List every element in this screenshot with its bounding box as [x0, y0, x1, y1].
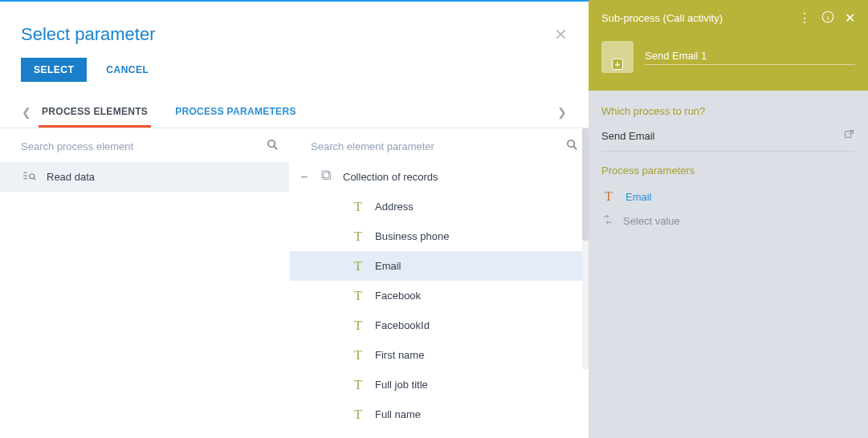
mapping-icon [601, 213, 613, 228]
section-which-process: Which process to run? [601, 105, 855, 117]
text-type-icon: T [351, 229, 365, 244]
param-email-label: Email [626, 191, 652, 203]
text-type-icon: T [351, 378, 365, 392]
dialog-close-button[interactable]: ✕ [554, 25, 568, 44]
svg-point-7 [568, 140, 575, 148]
select-parameter-dialog: Select parameter ✕ SELECT CANCEL ❮ PROCE… [0, 0, 589, 438]
text-type-icon: T [351, 348, 365, 363]
scrollbar-thumb[interactable] [582, 128, 589, 241]
tree-item-label: Business phone [375, 230, 450, 242]
svg-point-13 [828, 14, 829, 14]
tree-item[interactable]: T Business phone [290, 221, 589, 251]
tree-root-label: Collection of records [343, 171, 438, 183]
param-select-value-label: Select value [623, 215, 680, 227]
search-element-parameter-input[interactable] [311, 140, 565, 152]
info-icon[interactable] [821, 10, 835, 26]
svg-rect-10 [322, 171, 329, 178]
text-type-icon: T [601, 189, 616, 204]
text-type-icon: T [351, 408, 365, 422]
svg-point-5 [30, 174, 35, 179]
tree-item-label: Address [375, 201, 414, 213]
param-row-select-value[interactable]: Select value [601, 209, 855, 233]
collection-icon [320, 169, 333, 185]
section-process-parameters: Process parameters [601, 164, 855, 176]
search-icon[interactable] [565, 138, 579, 154]
dialog-title: Select parameter [21, 24, 156, 45]
read-data-icon [21, 170, 37, 184]
search-process-element-input[interactable] [21, 140, 266, 152]
text-type-icon: T [351, 318, 365, 333]
tree-item[interactable]: T Facebook [290, 281, 589, 310]
tree-item[interactable]: T Full name [290, 399, 589, 429]
tree-item[interactable]: T Full job title [290, 370, 589, 399]
element-thumbnail: + [601, 41, 634, 73]
tree-item-label: Full name [375, 408, 421, 420]
search-icon[interactable] [266, 138, 279, 154]
svg-point-0 [268, 140, 275, 148]
tree-root-collection[interactable]: − Collection of records [290, 162, 589, 192]
text-type-icon: T [351, 259, 365, 274]
svg-line-6 [34, 178, 35, 180]
subprocess-plus-icon: + [612, 59, 623, 70]
tree-item[interactable]: T Address [290, 192, 589, 221]
tree-item[interactable]: T FacebookId [290, 310, 589, 340]
more-icon[interactable]: ⋮ [798, 12, 811, 25]
svg-line-8 [574, 147, 577, 150]
text-type-icon: T [351, 289, 365, 303]
tabs-next-arrow[interactable]: ❯ [550, 106, 574, 119]
tab-process-parameters[interactable]: PROCESS PARAMETERS [172, 96, 300, 128]
process-element-label: Read data [47, 171, 95, 183]
tree-item-label: Facebook [375, 290, 421, 302]
sidebar-title: Sub-process (Call activity) [601, 12, 723, 24]
tree-item-label: FacebookId [375, 319, 430, 331]
text-type-icon: T [351, 200, 365, 214]
select-button[interactable]: SELECT [21, 58, 87, 82]
collapse-toggle-icon[interactable]: − [298, 171, 311, 184]
param-row-email[interactable]: T Email [601, 185, 855, 209]
tree-item-label: Email [375, 260, 401, 272]
process-value-input[interactable]: Send Email [601, 130, 654, 142]
svg-rect-9 [324, 172, 331, 180]
process-element-item[interactable]: Read data [0, 162, 289, 192]
svg-line-1 [275, 147, 278, 150]
close-sidebar-icon[interactable]: ✕ [845, 12, 855, 25]
cancel-button[interactable]: CANCEL [106, 64, 149, 75]
tree-item-label: Full job title [375, 379, 428, 391]
tree-item-label: First name [375, 349, 424, 361]
element-name-input[interactable]: Send Email 1 [645, 50, 855, 65]
properties-sidebar: Sub-process (Call activity) ⋮ ✕ + Send E… [589, 0, 868, 438]
svg-rect-14 [846, 132, 852, 138]
tab-process-elements[interactable]: PROCESS ELEMENTS [39, 96, 151, 128]
open-process-icon[interactable] [843, 128, 855, 143]
tree-item[interactable]: T First name [290, 340, 589, 370]
tree-item[interactable]: T Email [290, 251, 589, 281]
tabs-prev-arrow[interactable]: ❮ [14, 106, 39, 119]
